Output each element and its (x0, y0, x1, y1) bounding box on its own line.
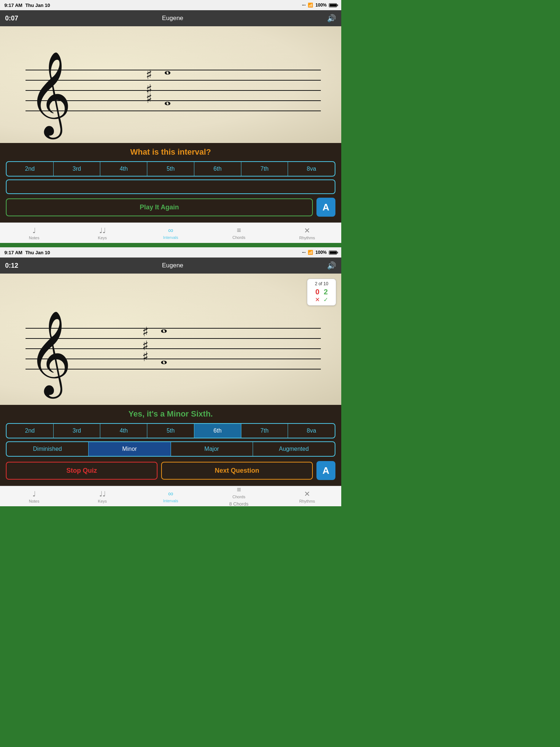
status-bar-2: 9:17 AM Thu Jan 10 ··· 📶 100% (0, 247, 341, 258)
status-day-1: Thu Jan 10 (25, 3, 50, 8)
answer-panel-1: What is this interval? 2nd 3rd 4th 5th 6… (0, 143, 341, 222)
tab-bar-2: ♩ Notes ♩♩ Keys ∞ Intervals ≡ Chords 8 C… (0, 486, 341, 506)
timer-display-2: 0:12 (5, 262, 18, 270)
modifier-btn-minor[interactable]: Minor (89, 442, 171, 456)
stop-quiz-button[interactable]: Stop Quiz (6, 462, 158, 480)
tab-intervals-label-2: Intervals (163, 499, 178, 503)
modifier-btn-major[interactable]: Major (171, 442, 253, 456)
app-header-1: 0:07 Eugene 🔊 (0, 10, 341, 26)
tab-keys-label-1: Keys (98, 236, 107, 240)
wifi-icon-2: 📶 (308, 250, 313, 255)
tab-notes-label-2: Notes (29, 499, 39, 503)
tab-intervals-2[interactable]: ∞ Intervals (136, 486, 205, 506)
svg-text:♯: ♯ (142, 325, 148, 339)
modifier-input-1 (6, 179, 335, 194)
wrong-count: 0 (315, 288, 319, 296)
interval-btn-4th-1[interactable]: 4th (100, 162, 147, 176)
keys-tab-icon-2: ♩♩ (99, 489, 106, 498)
tab-notes-label-1: Notes (29, 236, 39, 240)
tab-intervals-1[interactable]: ∞ Intervals (136, 223, 205, 243)
tab-keys-label-2: Keys (98, 499, 107, 503)
next-question-button[interactable]: Next Question (161, 462, 313, 480)
modifier-btn-diminished[interactable]: Diminished (7, 442, 89, 456)
action-row-1: Play It Again A (6, 198, 335, 217)
tab-keys-1[interactable]: ♩♩ Keys (68, 223, 136, 243)
tab-chords-label-2: Chords (232, 495, 245, 499)
rhythms-tab-icon-1: ✕ (304, 226, 310, 235)
interval-btn-6th-2[interactable]: 6th (194, 424, 241, 438)
tab-rhythms-1[interactable]: ✕ Rhythms (273, 223, 341, 243)
signal-icon-2: ··· (302, 250, 306, 255)
wifi-icon: 📶 (308, 3, 313, 8)
intervals-tab-icon-1: ∞ (168, 226, 173, 235)
sound-icon-2[interactable]: 🔊 (327, 261, 336, 270)
status-day-2: Thu Jan 10 (25, 250, 50, 255)
right-count: 2 (324, 288, 328, 296)
tab-notes-2[interactable]: ♩ Notes (0, 486, 68, 506)
interval-btn-5th-1[interactable]: 5th (147, 162, 194, 176)
status-time-1: 9:17 AM (4, 3, 22, 8)
interval-btn-3rd-2[interactable]: 3rd (54, 424, 101, 438)
tab-rhythms-label-1: Rhythms (299, 236, 315, 240)
wrong-icon: ✕ (315, 296, 320, 303)
screen-gap (0, 243, 341, 247)
tab-notes-1[interactable]: ♩ Notes (0, 223, 68, 243)
svg-text:𝅝: 𝅝 (161, 360, 167, 364)
notes-tab-icon-2: ♩ (32, 489, 36, 498)
interval-btn-8va-1[interactable]: 8va (288, 162, 335, 176)
interval-btn-3rd-1[interactable]: 3rd (54, 162, 101, 176)
interval-buttons-row-2: 2nd 3rd 4th 5th 6th 7th 8va (6, 423, 335, 438)
battery-percent-1: 100% (315, 3, 327, 8)
svg-text:𝄞: 𝄞 (28, 53, 71, 140)
answer-panel-2: Yes, it's a Minor Sixth. 2nd 3rd 4th 5th… (0, 405, 341, 486)
score-of-label: 2 of 10 (311, 281, 332, 286)
modifier-btn-augmented[interactable]: Augmented (253, 442, 335, 456)
app-title-2: Eugene (162, 262, 183, 269)
battery-icon-1 (329, 3, 337, 7)
status-bar-1: 9:17 AM Thu Jan 10 ··· 📶 100% (0, 0, 341, 10)
interval-buttons-row-1: 2nd 3rd 4th 5th 6th 7th 8va (6, 161, 335, 177)
svg-text:𝅝: 𝅝 (164, 71, 171, 75)
chords-tab-icon-2: ≡ (237, 485, 241, 494)
interval-btn-8va-2[interactable]: 8va (288, 424, 335, 438)
interval-btn-2nd-1[interactable]: 2nd (7, 162, 54, 176)
app-header-2: 0:12 Eugene 🔊 (0, 258, 341, 274)
tab-rhythms-2[interactable]: ✕ Rhythms (273, 486, 341, 506)
svg-text:𝄞: 𝄞 (28, 312, 71, 399)
interval-btn-2nd-2[interactable]: 2nd (7, 424, 54, 438)
signal-icon: ··· (302, 3, 306, 8)
tab-chords-1[interactable]: ≡ Chords (205, 223, 273, 243)
status-time-2: 9:17 AM (4, 250, 22, 255)
answer-text-2: Yes, it's a Minor Sixth. (6, 409, 335, 419)
tab-intervals-label-1: Intervals (163, 235, 178, 240)
right-icon: ✓ (323, 296, 328, 303)
flashcard-button-2[interactable]: A (316, 461, 335, 480)
rhythms-tab-icon-2: ✕ (304, 489, 310, 498)
tab-keys-2[interactable]: ♩♩ Keys (68, 486, 136, 506)
interval-btn-4th-2[interactable]: 4th (100, 424, 147, 438)
chords-tab-icon-1: ≡ (237, 226, 241, 235)
sound-icon-1[interactable]: 🔊 (327, 14, 336, 23)
interval-btn-7th-1[interactable]: 7th (241, 162, 288, 176)
battery-percent-2: 100% (315, 250, 327, 255)
chords-count-label: 8 Chords (229, 500, 249, 507)
svg-text:♯: ♯ (142, 349, 148, 364)
battery-icon-2 (329, 251, 337, 255)
interval-btn-5th-2[interactable]: 5th (147, 424, 194, 438)
tab-chords-label-1: Chords (232, 235, 245, 240)
question-text-1: What is this interval? (6, 147, 335, 157)
play-again-button[interactable]: Play It Again (6, 198, 313, 216)
interval-btn-7th-2[interactable]: 7th (241, 424, 288, 438)
music-staff-1: 𝄞 ♯ ♯ ♯ 𝅝 𝅝 (0, 26, 341, 143)
keys-tab-icon-1: ♩♩ (99, 226, 106, 235)
interval-btn-6th-1[interactable]: 6th (194, 162, 241, 176)
action-row-2: Stop Quiz Next Question A (6, 461, 335, 480)
flashcard-button-1[interactable]: A (316, 198, 335, 217)
svg-text:♯: ♯ (146, 91, 152, 106)
svg-text:♯: ♯ (146, 67, 152, 82)
music-staff-2: 𝄞 ♯ ♯ ♯ 𝅝 𝅝 2 of 10 0 2 ✕ ✓ (0, 274, 341, 405)
score-badge: 2 of 10 0 2 ✕ ✓ (307, 279, 336, 306)
tab-chords-2[interactable]: ≡ Chords 8 Chords (205, 486, 273, 506)
tab-rhythms-label-2: Rhythms (299, 499, 315, 503)
tab-bar-1: ♩ Notes ♩♩ Keys ∞ Intervals ≡ Chords ✕ R… (0, 222, 341, 243)
